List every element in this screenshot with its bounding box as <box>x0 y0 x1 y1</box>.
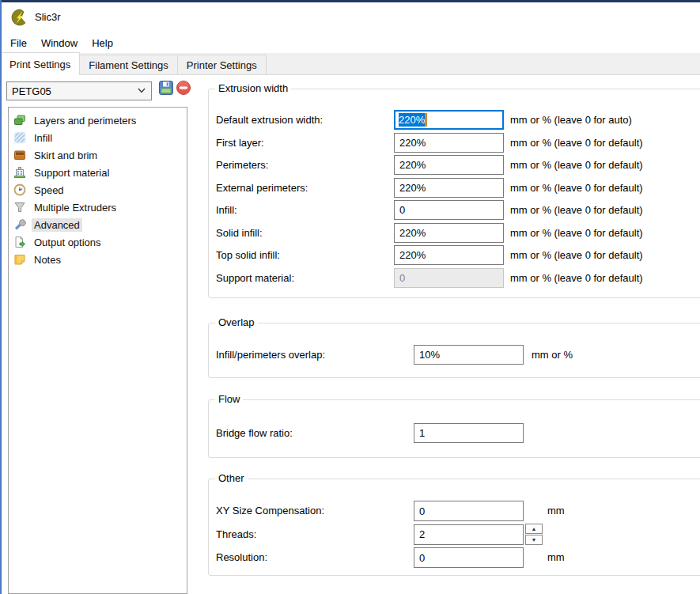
sidebar-item-speed[interactable]: Speed <box>9 181 187 199</box>
delete-preset-button[interactable] <box>175 80 192 98</box>
spinner-down-button[interactable]: ▼ <box>525 535 543 545</box>
slic3r-logo-icon <box>11 9 28 26</box>
tree-item-label: Infill <box>32 131 55 145</box>
group-overlap: Overlap Infill/perimeters overlap: mm or… <box>208 323 700 378</box>
tab-filament-settings[interactable]: Filament Settings <box>79 55 177 74</box>
sidebar-item-notes[interactable]: Notes <box>9 251 187 268</box>
first-layer-input[interactable] <box>394 133 504 153</box>
field-unit: mm or % (leave 0 for default) <box>510 268 643 288</box>
bridge-flow-ratio-input[interactable] <box>414 423 524 443</box>
solid-infill-input[interactable] <box>394 223 504 243</box>
spinner-slot <box>525 501 544 521</box>
field-label: First layer: <box>216 133 394 153</box>
field-row-support-material: Support material: mm or % (leave 0 for d… <box>209 268 700 291</box>
external-perimeters-input[interactable] <box>394 178 504 198</box>
field-unit: mm or % (leave 0 for default) <box>510 245 643 265</box>
tree-item-label: Skirt and brim <box>32 149 100 162</box>
tree-item-label: Advanced <box>32 218 82 232</box>
save-preset-button[interactable] <box>157 80 175 98</box>
tree-item-label: Layers and perimeters <box>32 114 138 127</box>
field-unit: mm or % (leave 0 for default) <box>510 200 643 220</box>
infill-width-input[interactable] <box>394 200 504 220</box>
field-label: External perimeters: <box>216 178 394 198</box>
field-row-resolution: Resolution: mm <box>209 547 700 571</box>
group-extrusion-width: Extrusion width Default extrusion width:… <box>208 89 700 298</box>
notes-icon <box>13 253 26 266</box>
top-solid-infill-input[interactable] <box>394 245 504 265</box>
field-label: Threads: <box>216 524 414 544</box>
window-border-top <box>0 0 700 2</box>
field-row-top-solid-infill: Top solid infill: mm or % (leave 0 for d… <box>209 245 700 268</box>
field-label: Bridge flow ratio: <box>216 423 414 443</box>
field-row-perimeters: Perimeters: mm or % (leave 0 for default… <box>209 155 700 178</box>
field-label: XY Size Compensation: <box>216 501 414 520</box>
tree-item-label: Speed <box>32 183 66 197</box>
field-unit: mm <box>547 547 565 567</box>
sidebar-item-advanced[interactable]: Advanced <box>9 216 187 233</box>
spinner-up-button[interactable]: ▲ <box>525 524 543 534</box>
field-label: Top solid infill: <box>216 245 394 265</box>
slic3r-window: { "window": { "title": "Slic3r" }, "menu… <box>0 0 700 594</box>
sidebar-item-layers-and-perimeters[interactable]: Layers and perimeters <box>9 112 187 129</box>
field-row-solid-infill: Solid infill: mm or % (leave 0 for defau… <box>209 223 700 246</box>
group-flow: Flow Bridge flow ratio: <box>208 399 700 458</box>
field-unit: mm or % (leave 0 for default) <box>510 178 643 198</box>
field-row-xy-size-compensation: XY Size Compensation: mm <box>209 501 700 524</box>
menu-window[interactable]: Window <box>34 35 85 51</box>
field-row-infill: Infill: mm or % (leave 0 for default) <box>209 200 700 223</box>
menu-help[interactable]: Help <box>85 35 120 51</box>
title-bar: Slic3r <box>2 2 698 32</box>
tab-strip: Print Settings Filament Settings Printer… <box>0 53 700 75</box>
field-label: Infill: <box>216 200 394 220</box>
field-label: Infill/perimeters overlap: <box>216 345 414 365</box>
preset-dropdown[interactable]: PETG05 <box>6 81 152 100</box>
spinner-slot: ▲ ▼ <box>525 524 544 545</box>
sidebar-item-support-material[interactable]: Support material <box>9 164 187 181</box>
speed-icon <box>13 183 26 196</box>
infill-perimeters-overlap-input[interactable] <box>414 345 524 365</box>
field-unit: mm or % <box>532 345 573 365</box>
sidebar-item-output-options[interactable]: Output options <box>9 233 187 251</box>
tab-print-settings[interactable]: Print Settings <box>0 52 80 75</box>
extruders-icon <box>13 201 26 214</box>
field-label: Support material: <box>216 268 394 288</box>
support-material-width-input <box>394 268 504 288</box>
output-icon <box>13 236 26 248</box>
default-extrusion-width-input[interactable]: 220% <box>394 110 504 130</box>
field-row-bridge-flow-ratio: Bridge flow ratio: <box>209 423 700 445</box>
field-row-infill-perimeters-overlap: Infill/perimeters overlap: mm or % <box>209 345 700 367</box>
group-other: Other XY Size Compensation: mm Threads: … <box>208 479 700 576</box>
resolution-input[interactable] <box>414 547 524 568</box>
group-legend: Overlap <box>215 316 258 328</box>
field-label: Perimeters: <box>216 155 394 175</box>
perimeters-input[interactable] <box>394 155 504 175</box>
save-icon <box>158 80 174 98</box>
group-legend: Other <box>215 472 248 484</box>
infill-icon <box>13 131 26 144</box>
field-unit: mm or % (leave 0 for default) <box>510 133 643 153</box>
sidebar-item-skirt-and-brim[interactable]: Skirt and brim <box>9 146 187 164</box>
field-label: Resolution: <box>216 547 414 567</box>
menu-bar: File Window Help <box>2 33 698 53</box>
skirt-brim-icon <box>13 149 26 161</box>
layers-icon <box>13 114 26 127</box>
field-row-threads: Threads: ▲ ▼ <box>209 524 700 548</box>
field-row-external-perimeters: External perimeters: mm or % (leave 0 fo… <box>209 178 700 201</box>
window-title: Slic3r <box>35 11 61 23</box>
tree-item-label: Support material <box>32 166 112 180</box>
settings-category-tree: Layers and perimeters Infill Skirt and b… <box>8 107 187 594</box>
field-unit: mm <box>547 501 565 520</box>
menu-file[interactable]: File <box>3 35 34 51</box>
tab-printer-settings[interactable]: Printer Settings <box>177 55 267 74</box>
tree-item-label: Output options <box>32 236 104 249</box>
sidebar-item-multiple-extruders[interactable]: Multiple Extruders <box>9 199 187 216</box>
field-label: Solid infill: <box>216 223 394 243</box>
sidebar-item-infill[interactable]: Infill <box>9 129 187 146</box>
xy-size-compensation-input[interactable] <box>414 501 524 521</box>
tree-item-label: Notes <box>32 253 63 267</box>
tree-item-label: Multiple Extruders <box>32 201 119 214</box>
field-row-default-extrusion-width: Default extrusion width: 220% mm or % (l… <box>209 110 700 133</box>
selected-text: 220% <box>399 113 425 127</box>
threads-input[interactable] <box>414 524 524 545</box>
field-unit: mm or % (leave 0 for auto) <box>510 110 632 130</box>
